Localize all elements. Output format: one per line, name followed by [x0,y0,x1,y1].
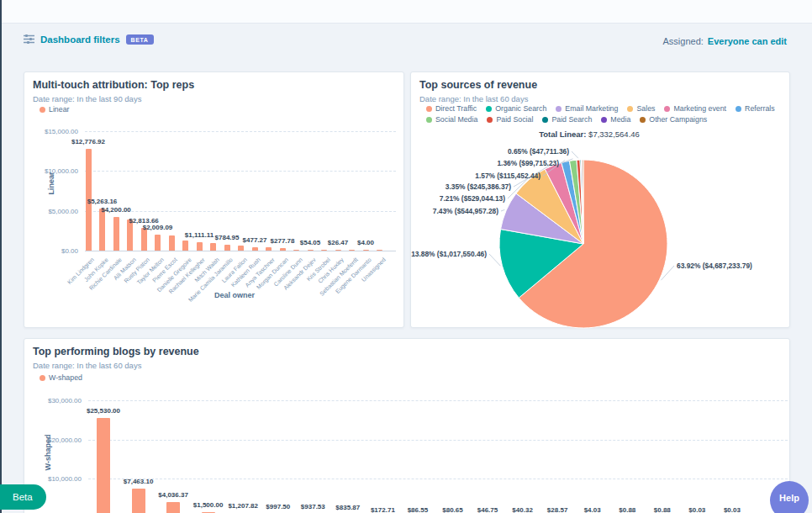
bar[interactable] [293,250,299,251]
bar-value-label: $4.00 [332,239,399,246]
y-axis-title: Linear [47,150,55,217]
pie-chart-revenue-sources: 63.92% ($4,687,233.79)13.88% ($1,017,550… [411,72,791,329]
help-fab-button[interactable]: Help [770,481,809,513]
bar-value-label: $12,776.92 [55,138,122,145]
y-tick-label: $15,000.00 [26,128,78,135]
pie-slice-label: 1.57% ($115,452.44) [475,172,540,180]
assigned-value-link[interactable]: Everyone can edit [708,36,787,46]
pie-slice-label: 7.21% ($529,044.13) [440,194,505,203]
assigned-label: Assigned: [663,36,704,46]
card-top-performing-blogs: Top performing blogs by revenue Date ran… [24,338,790,513]
beta-fab-button[interactable]: Beta [0,484,46,510]
assigned-control: Assigned:Everyone can edit [663,36,787,46]
pie-slice-label: 0.65% ($47,711.36) [508,147,569,156]
gridline [85,131,396,132]
dashboard-screen: Dashboard filters BETA Assigned:Everyone… [0,0,812,513]
sidebar-edge [0,0,2,513]
pie-label-connector [501,209,504,211]
bar[interactable] [210,243,216,251]
pie-slice-label: 63.92% ($4,687,233.79) [677,262,752,270]
bar[interactable] [308,250,314,251]
bar[interactable] [99,209,105,251]
bar[interactable] [377,250,382,251]
bar-value-label: $0.03 [699,506,766,513]
gridline [88,479,788,479]
pie-slice-label: 7.43% ($544,957.28) [433,207,498,215]
dashboard-filters-button[interactable]: Dashboard filters BETA [24,34,154,45]
bar-value-label: $4,200.00 [82,206,150,214]
bar[interactable] [224,245,230,251]
y-tick-label: $0.00 [26,247,78,255]
bar[interactable] [363,250,369,251]
bar[interactable] [197,242,203,251]
gridline [88,440,788,441]
bar-value-label: $25,530.00 [70,407,137,415]
pie-slice-label: 3.35% ($245,386.37) [446,182,511,191]
bar[interactable] [155,235,161,251]
y-tick-label: $30,000.00 [29,397,82,405]
card-top-sources-of-revenue: Top sources of revenue Date range: In th… [410,71,790,328]
gridline [88,400,788,401]
bar[interactable] [321,250,327,251]
bar-chart-blogs: $30,000.00$20,000.00$10,000.00$25,530.00… [24,339,789,513]
bar[interactable] [349,250,355,251]
bar[interactable] [238,246,244,251]
y-axis-title: W-shaped [44,419,52,486]
bar-value-label: $4,036.37 [140,491,207,499]
bar[interactable] [97,418,110,513]
bar[interactable] [141,228,147,251]
bar[interactable] [252,247,258,251]
bar[interactable] [182,241,188,251]
y-tick-label: $20,000.00 [29,436,82,444]
bar-value-label: $7,463.10 [105,478,172,485]
pie-label-connector [572,151,578,158]
y-tick-label: $10,000.00 [29,475,82,483]
filter-icon [24,34,34,45]
bar-chart-attribution: $15,000.00$10,000.00$5,000.00$0.00$12,77… [24,72,403,327]
dashboard-filters-label: Dashboard filters [40,34,120,45]
bar-value-label: $5,263.16 [69,198,136,205]
pie-label-connector [489,254,500,266]
card-multi-touch-attribution: Multi-touch attribution: Top reps Date r… [24,71,404,328]
gridline [85,171,396,172]
bar[interactable] [266,247,272,251]
beta-badge: BETA [126,34,154,45]
top-strip [0,0,812,24]
x-axis-title: Deal owner [184,291,285,299]
bar[interactable] [280,248,286,251]
bar[interactable] [335,250,341,251]
pie-slice-label: 13.88% ($1,017,550.46) [411,250,487,258]
x-axis-line [85,251,396,251]
pie-slice-label: 1.36% ($99,715.23) [497,159,559,167]
